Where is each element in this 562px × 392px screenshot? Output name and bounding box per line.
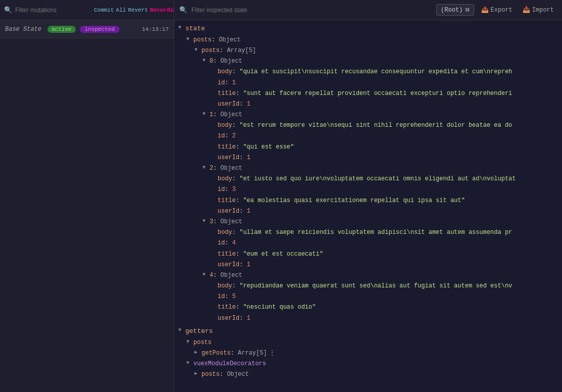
getters-row: getters — [174, 326, 562, 337]
item-2-title-val: "ea molestias quasi exercitationem repel… — [243, 196, 465, 206]
item-3-title-row: title : "eum et est occaecati" — [174, 249, 562, 260]
revert-button[interactable]: Revert — [128, 7, 148, 13]
getters-posts-key: posts — [193, 338, 212, 348]
root-selector[interactable]: (Root) ⊟ — [436, 4, 474, 16]
item-1-id-row: id : 2 — [174, 131, 562, 141]
item-0-body-val: "quia et suscipit\nsuscipit recusandae c… — [239, 67, 512, 77]
item-0-type: Object — [221, 57, 242, 66]
item-0-id-key: id — [218, 78, 225, 88]
import-label: Import — [532, 7, 554, 14]
commit-button[interactable]: Commit — [94, 7, 114, 13]
filter-mutations-input[interactable] — [15, 7, 91, 14]
item-1-id-val: 2 — [232, 131, 236, 141]
item-2-userid-val: 1 — [247, 207, 250, 216]
toolbar-actions: Commit All Revert Recording — [94, 7, 180, 13]
getposts-key: getPosts — [201, 349, 231, 358]
posts-array-label: posts — [201, 46, 220, 56]
item-0-index: 0 — [210, 57, 213, 66]
item-0-title-val: "sunt aut facere repellat provident occa… — [243, 89, 512, 99]
search-icon: 🔍 — [4, 6, 12, 14]
item-3-userid-val: 1 — [247, 260, 250, 270]
state-toggle[interactable] — [178, 24, 183, 32]
item-1-row: 1 : Object — [174, 110, 562, 120]
item-4-userid-val: 1 — [247, 314, 250, 323]
getposts-more[interactable]: ⋮ — [269, 349, 275, 358]
item-3-body-val: "ullam et saepe reiciendis voluptatem ad… — [239, 228, 512, 237]
vuex-posts-toggle[interactable] — [194, 370, 199, 378]
getters-posts-toggle[interactable] — [186, 338, 191, 346]
item-0-title-key: title — [218, 89, 236, 99]
timestamp: 14:13:17 — [142, 26, 169, 32]
posts-object-row: posts : Object — [174, 35, 562, 45]
item-2-userid-row: userId : 1 — [174, 206, 562, 217]
item-0-userid-key: userId — [218, 100, 239, 109]
vuex-posts-row: posts : Object — [174, 369, 562, 380]
item-2-title-row: title : "ea molestias quasi exercitation… — [174, 195, 562, 206]
left-panel: 🔍 Commit All Revert Recording Base State… — [0, 0, 174, 392]
vuex-row: vuexModuleDecorators — [174, 359, 562, 369]
item-3-row: 3 : Object — [174, 217, 562, 227]
item-2-title-key: title — [218, 196, 236, 206]
search-icon-right: 🔍 — [179, 6, 187, 14]
item-4-body-row: body : "repudiandae veniam quaerat sunt … — [174, 281, 562, 291]
item-3-body-key: body — [218, 228, 232, 237]
item-1-type: Object — [221, 110, 242, 120]
item-2-type: Object — [221, 164, 242, 173]
vuex-toggle[interactable] — [186, 359, 191, 367]
item-2-row: 2 : Object — [174, 163, 562, 174]
posts-array-row: posts : Array[5] — [174, 45, 562, 56]
inspected-badge: inspected — [80, 26, 120, 33]
item-1-userid-val: 1 — [247, 153, 250, 163]
getters-toggle[interactable] — [178, 326, 183, 334]
import-button[interactable]: 📥 Import — [520, 5, 557, 15]
item-4-id-val: 5 — [232, 292, 236, 302]
item-1-userid-key: userId — [218, 153, 239, 163]
item-1-id-key: id — [218, 131, 225, 141]
item-2-id-row: id : 3 — [174, 184, 562, 195]
item-4-userid-row: userId : 1 — [174, 313, 562, 324]
item-1-title-key: title — [218, 142, 236, 152]
item-3-index: 3 — [210, 217, 213, 227]
item-2-id-key: id — [218, 185, 225, 194]
item-0-id-row: id : 1 — [174, 78, 562, 88]
item-4-body-key: body — [218, 281, 232, 291]
posts-object-type: Object — [219, 35, 240, 45]
item-4-id-key: id — [218, 292, 225, 302]
getposts-toggle[interactable] — [194, 349, 199, 357]
filter-state-input[interactable] — [191, 7, 432, 14]
item-0-body-row: body : "quia et suscipit\nsuscipit recus… — [174, 67, 562, 77]
vuex-key: vuexModuleDecorators — [193, 359, 266, 369]
all-button[interactable]: All — [116, 7, 126, 13]
item-0-userid-row: userId : 1 — [174, 99, 562, 110]
item-4-title-row: title : "nesciunt quas odio" — [174, 302, 562, 313]
posts-object-toggle[interactable] — [186, 35, 191, 43]
active-badge: active — [47, 26, 76, 33]
item-1-index: 1 — [210, 110, 213, 120]
right-panel: 🔍 (Root) ⊟ 📤 Export 📥 Import state posts… — [174, 0, 562, 392]
tree-container: state posts : Object posts : Array[5] 0 … — [174, 20, 562, 392]
item-4-toggle[interactable] — [202, 271, 208, 279]
item-4-row: 4 : Object — [174, 270, 562, 281]
item-3-id-row: id : 4 — [174, 238, 562, 249]
item-2-body-key: body — [218, 174, 232, 184]
posts-array-type: Array[5] — [227, 46, 256, 56]
item-4-title-val: "nesciunt quas odio" — [243, 303, 316, 312]
item-2-body-val: "et iusto sed quo iure\nvoluptatem occae… — [239, 174, 516, 184]
item-4-userid-key: userId — [218, 314, 239, 323]
posts-array-toggle[interactable] — [194, 46, 199, 54]
item-4-type: Object — [221, 271, 242, 280]
item-1-body-row: body : "est rerum tempore vitae\nsequi s… — [174, 120, 562, 131]
item-1-toggle[interactable] — [202, 110, 208, 118]
item-2-toggle[interactable] — [202, 164, 208, 172]
item-4-id-row: id : 5 — [174, 291, 562, 302]
item-3-body-row: body : "ullam et saepe reiciendis volupt… — [174, 227, 562, 238]
export-button[interactable]: 📤 Export — [478, 5, 516, 15]
item-0-toggle[interactable] — [202, 57, 208, 65]
item-0-userid-val: 1 — [247, 100, 250, 109]
item-3-toggle[interactable] — [202, 217, 208, 225]
getters-posts-row: posts — [174, 337, 562, 348]
getposts-row: getPosts : Array[5] ⋮ — [174, 348, 562, 359]
item-1-title-row: title : "qui est esse" — [174, 142, 562, 153]
root-selector-label: (Root) — [441, 7, 463, 14]
item-2-body-row: body : "et iusto sed quo iure\nvoluptate… — [174, 174, 562, 184]
